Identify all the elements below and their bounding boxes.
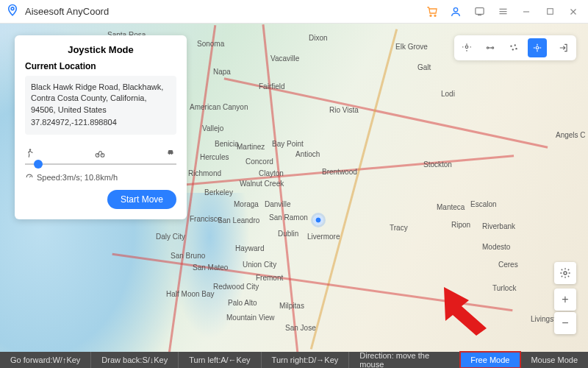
city-label: Ceres: [498, 261, 518, 269]
city-label: Brentwood: [322, 168, 357, 176]
user-icon[interactable]: [447, 3, 465, 21]
hint-forward: Go forward:W/↑Key: [0, 352, 91, 368]
minimize-button[interactable]: [517, 3, 535, 21]
city-label: Mountain View: [226, 314, 274, 322]
city-label: Fremont: [256, 274, 283, 282]
mode-onestop-icon[interactable]: [481, 38, 500, 57]
city-label: Dublin: [278, 230, 298, 238]
app-logo-icon: [6, 4, 19, 20]
mode-joystick-icon[interactable]: [528, 38, 547, 57]
speed-readout: Speed:3m/s; 10.8km/h: [25, 172, 176, 183]
svg-point-12: [510, 46, 512, 47]
city-label: Francisco: [190, 215, 221, 223]
location-coords: 37.824972,-121.898804: [31, 117, 171, 128]
city-label: Lodi: [441, 90, 455, 98]
city-label: Hayward: [235, 244, 264, 252]
city-label: Walnut Creek: [240, 180, 284, 188]
speedometer-icon: [25, 172, 34, 183]
city-label: Galt: [417, 63, 431, 71]
location-marker-icon[interactable]: [313, 215, 323, 225]
city-label: Bay Point: [272, 140, 304, 148]
city-label: San Jose: [285, 324, 316, 332]
svg-point-15: [515, 48, 517, 49]
bottom-bar: Go forward:W/↑Key Draw back:S/↓Key Turn …: [0, 352, 588, 368]
slider-thumb[interactable]: [34, 160, 43, 169]
location-panel: Joystick Mode Current Location Black Haw…: [15, 35, 187, 219]
mode-teleport-icon[interactable]: [457, 38, 476, 57]
city-label: Palo Alto: [228, 299, 257, 307]
menu-icon[interactable]: [494, 3, 512, 21]
city-label: Martinez: [237, 143, 265, 151]
city-label: San Mateo: [193, 263, 228, 272]
bike-icon[interactable]: [94, 148, 106, 160]
city-label: Berkeley: [204, 188, 233, 197]
city-label: Hercules: [200, 153, 229, 161]
zoom-out-button[interactable]: −: [554, 312, 576, 334]
mode-multistop-icon[interactable]: [504, 38, 523, 57]
city-label: Rio Vista: [329, 106, 359, 114]
city-label: Modesto: [482, 243, 510, 251]
location-box: Black Hawk Ridge Road, Blackhawk, Contra…: [25, 76, 176, 135]
feedback-icon[interactable]: [470, 3, 488, 21]
map-road: [310, 29, 398, 349]
city-label: American Canyon: [190, 103, 248, 111]
city-label: Vallejo: [202, 124, 223, 132]
city-label: Vacaville: [270, 54, 299, 63]
svg-point-2: [434, 15, 436, 16]
hint-back: Draw back:S/↓Key: [91, 352, 179, 368]
exit-icon[interactable]: [554, 38, 573, 57]
svg-point-0: [11, 7, 14, 10]
zoom-in-button[interactable]: +: [554, 289, 576, 311]
city-label: Ripon: [451, 221, 470, 229]
city-label: Antioch: [295, 150, 320, 158]
panel-title: Joystick Mode: [25, 44, 176, 55]
svg-rect-4: [475, 8, 483, 15]
city-label: Tracy: [390, 224, 408, 232]
svg-point-3: [453, 7, 457, 11]
city-label: Livermore: [307, 233, 340, 241]
mode-toolbar: [454, 35, 576, 60]
hint-direction: Direction: move the mouse: [349, 352, 460, 368]
hint-left: Turn left:A/←Key: [179, 352, 261, 368]
svg-point-13: [514, 44, 516, 46]
city-label: Angels C: [556, 131, 586, 139]
city-label: Union City: [243, 261, 276, 269]
svg-point-9: [465, 46, 468, 49]
titlebar: Aiseesoft AnyCoord: [0, 0, 588, 24]
walk-icon[interactable]: [25, 148, 35, 160]
location-address: Black Hawk Ridge Road, Blackhawk, Contra…: [31, 82, 171, 116]
city-label: Richmond: [188, 169, 221, 177]
panel-section-label: Current Location: [25, 61, 176, 71]
city-label: Manteca: [437, 203, 465, 211]
svg-point-11: [492, 47, 493, 49]
cart-icon[interactable]: [423, 3, 441, 21]
speed-slider[interactable]: [25, 163, 176, 165]
app-title: Aiseesoft AnyCoord: [25, 6, 109, 17]
city-label: Riverbank: [482, 222, 515, 230]
city-label: Milpitas: [279, 302, 304, 310]
start-move-button[interactable]: Start Move: [107, 190, 176, 209]
svg-point-14: [512, 49, 514, 50]
close-button[interactable]: [564, 3, 582, 21]
mouse-mode-button[interactable]: Mouse Mode: [520, 352, 588, 368]
speed-label: Speed:3m/s; 10.8km/h: [37, 173, 118, 182]
city-label: Redwood City: [213, 283, 259, 291]
city-label: San Ramon: [269, 213, 308, 222]
settings-icon[interactable]: [554, 262, 576, 284]
svg-point-17: [564, 272, 567, 275]
maximize-button[interactable]: [541, 3, 559, 21]
free-mode-button[interactable]: Free Mode: [460, 352, 520, 368]
city-label: Dixon: [309, 34, 328, 42]
svg-point-16: [536, 46, 539, 49]
city-label: San Bruno: [171, 252, 205, 260]
city-label: Clayton: [259, 169, 284, 177]
city-label: Concord: [245, 158, 273, 166]
city-label: Napa: [213, 68, 231, 76]
hint-right: Turn right:D/→Key: [262, 352, 350, 368]
city-label: Sonoma: [197, 40, 224, 48]
city-label: Stockton: [423, 160, 452, 169]
city-label: Moraga: [234, 200, 259, 208]
city-label: San Leandro: [218, 216, 259, 224]
car-icon[interactable]: [165, 148, 176, 160]
city-label: Escalon: [470, 200, 497, 208]
